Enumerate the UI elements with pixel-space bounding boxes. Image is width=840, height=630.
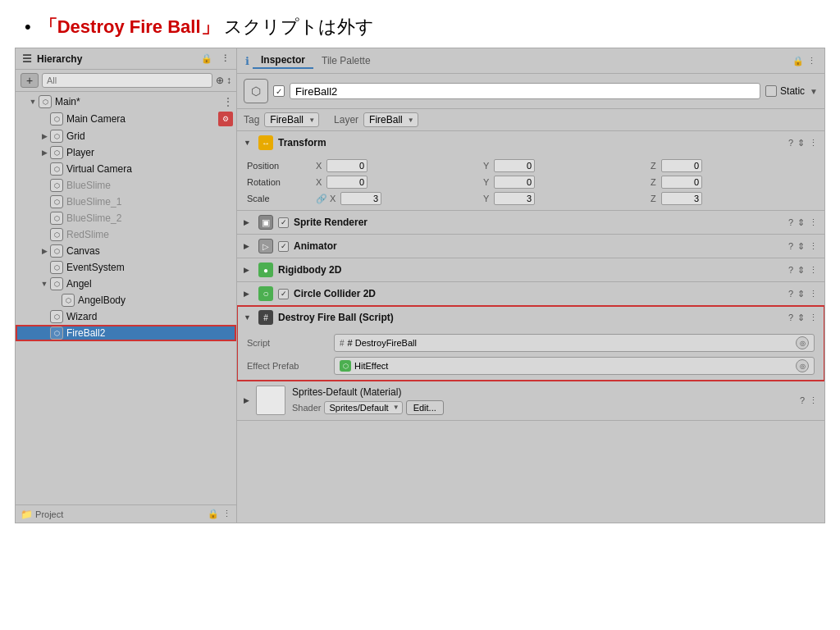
hierarchy-lock-icon[interactable]: 🔒	[201, 53, 212, 64]
hierarchy-menu-icon[interactable]: ⋮	[221, 53, 230, 64]
sprite-renderer-icon: ▣	[258, 215, 273, 230]
layer-dropdown-arrow: ▼	[408, 116, 414, 124]
rigidbody2d-header[interactable]: ▶ ● Rigidbody 2D ? ⇕ ⋮	[237, 258, 824, 281]
scale-link-icon[interactable]: 🔗	[316, 194, 327, 204]
circle-collider2d-header[interactable]: ▶ ○ ✓ Circle Collider 2D ? ⇕ ⋮	[237, 282, 824, 305]
destroy-fire-ball-help-icon[interactable]: ?	[788, 313, 793, 322]
sprite-renderer-header[interactable]: ▶ ▣ ✓ Sprite Renderer ? ⇕ ⋮	[237, 211, 824, 234]
animator-header[interactable]: ▶ ▷ ✓ Animator ? ⇕ ⋮	[237, 235, 824, 258]
animator-menu-icon[interactable]: ⋮	[809, 241, 818, 252]
inspector-panel: ℹ Inspector Tile Palette 🔒 ⋮ ⬡ ✓ Static …	[237, 48, 824, 523]
hierarchy-search-bar: + ⊕ ↕	[16, 70, 236, 92]
go-static-label: Static	[780, 85, 805, 97]
rigidbody2d-settings-icon[interactable]: ⇕	[797, 265, 805, 276]
hierarchy-item-blueslime2[interactable]: ⬡ BlueSlime_2	[16, 210, 236, 226]
transform-menu-icon[interactable]: ⋮	[809, 138, 818, 148]
go-static-checkbox[interactable]	[765, 85, 777, 97]
transform-settings-icon[interactable]: ⇕	[797, 138, 805, 148]
script-label: Script	[247, 338, 329, 348]
material-name: Sprites-Default (Material)	[292, 386, 793, 398]
animator-settings-icon[interactable]: ⇕	[797, 241, 805, 252]
sprite-renderer-settings-icon[interactable]: ⇕	[797, 217, 805, 228]
main-camera-gear: ⚙	[218, 112, 233, 126]
hierarchy-item-blueslime1[interactable]: ⬡ BlueSlime_1	[16, 194, 236, 210]
component-circle-collider2d: ▶ ○ ✓ Circle Collider 2D ? ⇕ ⋮	[237, 282, 824, 306]
inspector-lock-icon[interactable]: 🔒	[792, 56, 804, 66]
component-transform: ▼ ↔ Transform ? ⇕ ⋮ Position X	[237, 131, 824, 211]
scale-y-input[interactable]	[494, 192, 535, 205]
animator-checkbox[interactable]: ✓	[278, 241, 289, 252]
circle-collider2d-checkbox[interactable]: ✓	[278, 289, 289, 299]
hierarchy-item-virtual-camera[interactable]: ⬡ Virtual Camera	[16, 161, 236, 177]
destroy-fire-ball-header[interactable]: ▼ # Destroy Fire Ball (Script) ? ⇕ ⋮	[237, 306, 824, 329]
rotation-x-input[interactable]	[326, 176, 368, 189]
main-menu-icon[interactable]: ⋮	[223, 96, 233, 107]
sprite-renderer-checkbox[interactable]: ✓	[278, 217, 289, 228]
hierarchy-item-blueslime[interactable]: ⬡ BlueSlime	[16, 177, 236, 194]
canvas-icon: ⬡	[50, 244, 63, 258]
hierarchy-item-angelbody[interactable]: ⬡ AngelBody	[16, 292, 236, 308]
tag-dropdown[interactable]: FireBall ▼	[264, 112, 319, 127]
project-menu-icon[interactable]: ⋮	[222, 509, 231, 519]
effect-prefab-target-icon[interactable]: ◎	[796, 359, 809, 372]
transform-header[interactable]: ▼ ↔ Transform ? ⇕ ⋮	[237, 131, 824, 154]
go-static-group: Static	[765, 85, 805, 97]
rigidbody2d-help-icon[interactable]: ?	[788, 265, 793, 275]
scale-y-group: Y	[483, 192, 647, 205]
search-sort-icon[interactable]: ↕	[226, 75, 231, 86]
circle-collider2d-settings-icon[interactable]: ⇕	[797, 289, 805, 299]
search-icon-group: ⊕ ↕	[216, 75, 231, 86]
shader-dropdown-arrow: ▼	[393, 404, 399, 411]
circle-collider2d-menu-icon[interactable]: ⋮	[809, 289, 818, 299]
hierarchy-item-main[interactable]: ▼ ⬡ Main* ⋮	[16, 94, 236, 110]
material-help-icon[interactable]: ?	[800, 395, 805, 405]
wizard-icon: ⬡	[50, 310, 63, 323]
redslime-icon: ⬡	[50, 228, 63, 241]
animator-help-icon[interactable]: ?	[788, 241, 793, 251]
sprite-renderer-menu-icon[interactable]: ⋮	[809, 217, 818, 228]
hierarchy-item-eventsystem[interactable]: ⬡ EventSystem	[16, 259, 236, 276]
tab-inspector[interactable]: Inspector	[253, 52, 313, 69]
hierarchy-search-input[interactable]	[42, 73, 212, 88]
position-z-input[interactable]	[661, 159, 702, 172]
hierarchy-item-canvas[interactable]: ▶ ⬡ Canvas	[16, 243, 236, 259]
project-lock-icon[interactable]: 🔒	[208, 509, 219, 519]
position-y-input[interactable]	[494, 159, 535, 172]
hierarchy-item-angel[interactable]: ▼ ⬡ Angel	[16, 276, 236, 292]
transform-help-icon[interactable]: ?	[788, 138, 793, 148]
inspector-header: ℹ Inspector Tile Palette 🔒 ⋮	[237, 48, 824, 74]
sprite-renderer-help-icon[interactable]: ?	[788, 217, 793, 227]
circle-collider2d-help-icon[interactable]: ?	[788, 289, 793, 299]
search-filter-icon[interactable]: ⊕	[216, 75, 224, 86]
hierarchy-add-button[interactable]: +	[21, 73, 39, 88]
hierarchy-item-main-camera[interactable]: ⬡ Main Camera ⚙	[16, 110, 236, 128]
go-static-dropdown-arrow[interactable]: ▼	[810, 87, 818, 96]
hierarchy-item-redslime[interactable]: ⬡ RedSlime	[16, 226, 236, 243]
top-instruction: • 「Destroy Fire Ball」 スクリプトは外す	[0, 0, 840, 48]
tab-tile-palette[interactable]: Tile Palette	[313, 53, 379, 68]
hierarchy-item-wizard[interactable]: ⬡ Wizard	[16, 308, 236, 325]
inspector-menu-icon[interactable]: ⋮	[807, 56, 816, 66]
layer-dropdown[interactable]: FireBall ▼	[363, 112, 418, 127]
hierarchy-item-player[interactable]: ▶ ⬡ Player	[16, 144, 236, 161]
go-active-checkbox[interactable]: ✓	[273, 85, 285, 97]
scale-x-input[interactable]	[340, 192, 381, 205]
material-edit-button[interactable]: Edit...	[406, 400, 444, 415]
destroy-fire-ball-settings-icon[interactable]: ⇕	[797, 313, 805, 323]
material-menu-icon[interactable]: ⋮	[809, 395, 818, 406]
destroy-fire-ball-menu-icon[interactable]: ⋮	[809, 313, 818, 323]
rotation-z-input[interactable]	[661, 176, 702, 189]
hierarchy-item-grid[interactable]: ▶ ⬡ Grid	[16, 128, 236, 144]
script-target-icon[interactable]: ◎	[796, 336, 809, 349]
transform-icon: ↔	[258, 135, 273, 150]
material-shader-dropdown[interactable]: Sprites/Default ▼	[324, 401, 402, 414]
material-arrow[interactable]: ▶	[244, 396, 249, 404]
rotation-y-input[interactable]	[494, 176, 535, 189]
hierarchy-item-fireball2[interactable]: ⬡ FireBall2	[16, 325, 236, 341]
position-x-input[interactable]	[326, 159, 368, 172]
go-name-input[interactable]	[290, 83, 760, 99]
component-rigidbody2d: ▶ ● Rigidbody 2D ? ⇕ ⋮	[237, 258, 824, 282]
go-cube-icon: ⬡	[244, 79, 268, 103]
scale-z-input[interactable]	[661, 192, 702, 205]
rigidbody2d-menu-icon[interactable]: ⋮	[809, 265, 818, 276]
